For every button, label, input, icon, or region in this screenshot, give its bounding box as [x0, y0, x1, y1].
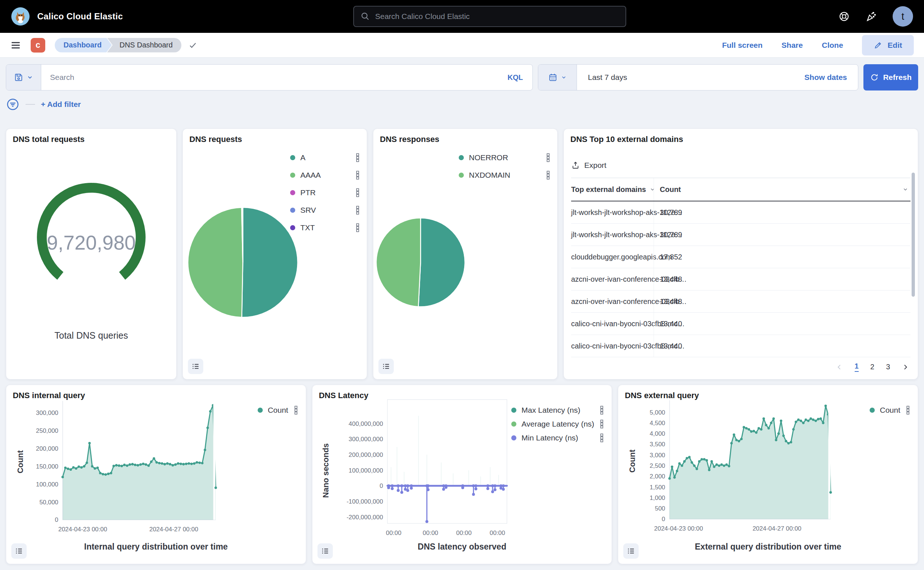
pagination-prev-icon[interactable] [836, 363, 843, 371]
svg-text:00:00: 00:00 [489, 530, 505, 536]
legend-options-icon[interactable] [355, 153, 360, 162]
legend-toggle-button[interactable] [11, 543, 27, 559]
panel-dns-top-domains: DNS Top 10 external domains Export Top e… [564, 129, 918, 380]
time-range-value[interactable]: Last 7 days [577, 73, 638, 82]
panel-row-2: DNS internal query 050,000100,000150,000… [6, 385, 918, 564]
legend-options-icon[interactable] [599, 405, 604, 415]
query-search-input[interactable] [41, 73, 508, 82]
table-row[interactable]: calico-cni-ivan-byocni-03cfb8-mc…13,440 [571, 335, 910, 357]
legend-item-count[interactable]: Count [257, 405, 299, 415]
legend-options-icon[interactable] [355, 188, 360, 198]
legend-dot [257, 408, 263, 413]
panel-dns-total-requests: DNS total requests 9,720,980 Total DNS q… [6, 129, 177, 380]
table-row[interactable]: azcni-over-ivan-conference-03cfb…13,448 [571, 291, 910, 313]
add-filter-button[interactable]: + Add filter [41, 100, 81, 109]
svg-text:00:00: 00:00 [456, 530, 472, 536]
saved-query-menu[interactable] [6, 64, 41, 90]
filter-menu-icon[interactable] [6, 97, 20, 111]
clone-link[interactable]: Clone [822, 41, 843, 50]
hamburger-menu-icon[interactable] [10, 40, 21, 51]
table-row[interactable]: calico-cni-ivan-byocni-03cfb8-mc…13,440 [571, 313, 910, 335]
edit-button-label: Edit [887, 41, 902, 50]
cell-domain: azcni-over-ivan-conference-03cfb… [571, 275, 654, 283]
user-avatar[interactable]: t [893, 6, 913, 27]
legend-item-nxdomain[interactable]: NXDOMAIN [459, 170, 551, 180]
legend-item-ptr[interactable]: PTR [290, 188, 360, 198]
cell-count: 30,789 [654, 224, 910, 245]
legend-item-a[interactable]: A [290, 153, 360, 162]
legend-options-icon[interactable] [355, 223, 360, 233]
legend-item-noerror[interactable]: NOERROR [459, 153, 551, 162]
export-button[interactable]: Export [571, 161, 607, 170]
legend-toggle-button[interactable] [378, 359, 394, 374]
export-icon [571, 161, 580, 170]
saved-check-icon[interactable] [188, 40, 198, 51]
legend-toggle-button[interactable] [623, 543, 639, 559]
internal-query-legend: Count [257, 405, 299, 419]
legend-options-icon[interactable] [906, 405, 910, 415]
svg-text:2024-04-27 00:00: 2024-04-27 00:00 [753, 525, 802, 532]
svg-text:0: 0 [55, 516, 58, 523]
pagination-next-icon[interactable] [902, 363, 909, 371]
breadcrumb-dns-dashboard[interactable]: DNS Dashboard [107, 38, 181, 52]
legend-item-max-latency-ns-[interactable]: Max Latency (ns) [511, 405, 604, 415]
legend-item-average-latency-ns-[interactable]: Average Latency (ns) [511, 419, 604, 429]
refresh-button[interactable]: Refresh [863, 64, 918, 90]
legend-options-icon[interactable] [355, 170, 360, 180]
legend-options-icon[interactable] [546, 170, 551, 180]
column-header-count[interactable]: Count [654, 178, 910, 201]
show-dates-link[interactable]: Show dates [804, 73, 858, 82]
cell-count: 13,448 [654, 268, 910, 290]
cell-count: 13,448 [654, 291, 910, 313]
pagination-page-2[interactable]: 2 [870, 363, 874, 371]
legend-options-icon[interactable] [546, 153, 551, 162]
space-badge[interactable]: c [31, 38, 45, 52]
column-header-domains[interactable]: Top external domains [571, 185, 654, 194]
legend-toggle-button[interactable] [188, 359, 203, 374]
legend-options-icon[interactable] [599, 433, 604, 443]
legend-dot [511, 408, 516, 413]
table-body: jlt-worksh-jlt-workshop-aks-112e…30,789j… [571, 201, 910, 357]
svg-text:50,000: 50,000 [40, 499, 58, 506]
legend-options-icon[interactable] [599, 419, 604, 429]
share-link[interactable]: Share [781, 41, 803, 50]
date-quick-menu[interactable] [538, 64, 577, 90]
legend-options-icon[interactable] [355, 205, 360, 215]
cell-count: 13,440 [654, 313, 910, 335]
dns-requests-legend: AAAAAPTRSRVTXT [290, 153, 360, 241]
full-screen-link[interactable]: Full screen [722, 41, 763, 50]
table-scrollbar[interactable] [912, 173, 915, 297]
legend-item-srv[interactable]: SRV [290, 205, 360, 215]
legend-item-txt[interactable]: TXT [290, 223, 360, 233]
legend-item-aaaa[interactable]: AAAA [290, 170, 360, 180]
legend-item-min-latency-ns-[interactable]: Min Latency (ns) [511, 433, 604, 443]
query-bar: KQL Last 7 days Show dates Refresh [6, 64, 918, 90]
global-search[interactable] [353, 6, 626, 27]
pagination-page-3[interactable]: 3 [886, 363, 890, 371]
legend-item-count[interactable]: Count [870, 405, 910, 415]
svg-text:2,000: 2,000 [650, 473, 665, 480]
legend-toggle-button[interactable] [317, 543, 333, 559]
table-row[interactable]: clouddebugger.googleapis.com17,852 [571, 246, 910, 268]
header-icons: t [838, 6, 913, 27]
breadcrumb: Dashboard DNS Dashboard [55, 38, 198, 52]
news-party-popper-icon[interactable] [866, 11, 876, 22]
nav-actions: Full screen Share Clone Edit [722, 35, 914, 55]
column-menu-chevron-icon [903, 187, 908, 192]
breadcrumb-dashboard[interactable]: Dashboard [55, 38, 112, 52]
svg-text:3,000: 3,000 [650, 452, 665, 459]
edit-button[interactable]: Edit [862, 35, 914, 55]
table-row[interactable]: jlt-worksh-jlt-workshop-aks-112e…30,789 [571, 224, 910, 246]
pagination-page-1[interactable]: 1 [855, 362, 859, 372]
legend-label: SRV [300, 206, 316, 215]
legend-options-icon[interactable] [293, 405, 299, 415]
table-row[interactable]: jlt-worksh-jlt-workshop-aks-112e…30,789 [571, 201, 910, 224]
global-search-input[interactable] [375, 12, 619, 21]
legend-label: NOERROR [469, 153, 508, 162]
help-lifebuoy-icon[interactable] [838, 11, 850, 22]
brand-title: Calico Cloud Elastic [37, 11, 123, 21]
svg-text:250,000: 250,000 [36, 428, 58, 434]
table-row[interactable]: azcni-over-ivan-conference-03cfb…13,448 [571, 268, 910, 291]
kql-toggle[interactable]: KQL [508, 74, 532, 82]
panel-dns-responses: DNS responses NOERRORNXDOMAIN [373, 129, 558, 380]
